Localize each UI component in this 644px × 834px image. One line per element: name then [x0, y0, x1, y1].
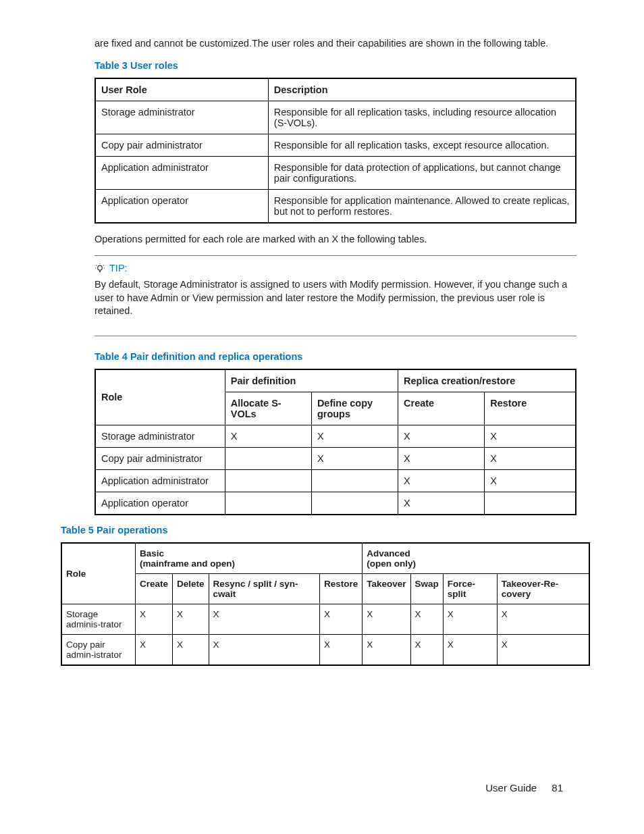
table3-caption: Table 3 User roles	[95, 60, 576, 71]
table-header-row: User Role Description	[95, 78, 576, 101]
table4-caption: Table 4 Pair definition and replica oper…	[95, 351, 576, 362]
cell: X	[497, 634, 589, 665]
cell: Storage administrator	[95, 425, 225, 447]
cell: X	[485, 469, 576, 492]
cell: X	[497, 604, 589, 634]
cell: Application operator	[95, 492, 225, 515]
cell-role: Application administrator	[95, 156, 268, 189]
cell: X	[363, 604, 410, 634]
cell	[485, 492, 576, 515]
table-row: Application administrator Responsible fo…	[95, 156, 576, 189]
table-row: Copy pair administrator X X X	[95, 447, 576, 469]
cell: Copy pair admin-istrator	[61, 634, 135, 665]
table5-group-advanced: Advanced (open only)	[363, 543, 589, 574]
cell: X	[173, 604, 209, 634]
cell: X	[443, 604, 497, 634]
cell-role: Copy pair administrator	[95, 134, 268, 156]
svg-line-2	[97, 265, 97, 266]
table5-sub-create: Create	[135, 573, 172, 604]
table-row: Copy pair admin-istrator X X X X X X X X	[61, 634, 589, 665]
cell: X	[135, 604, 172, 634]
tip-block: TIP: By default, Storage Administrator i…	[95, 255, 576, 336]
cell: X	[311, 425, 398, 447]
cell: X	[135, 634, 172, 665]
table4-group-pairdef: Pair definition	[225, 369, 398, 392]
table5-group-basic: Basic (mainframe and open)	[135, 543, 362, 574]
table4-header-role: Role	[95, 369, 225, 425]
table5: Role Basic (mainframe and open) Advanced…	[61, 542, 590, 666]
tip-label: TIP:	[109, 263, 128, 273]
cell-desc: Responsible for application maintenance.…	[268, 189, 576, 223]
cell: X	[410, 634, 443, 665]
table3: User Role Description Storage administra…	[95, 78, 576, 224]
cell: X	[311, 447, 398, 469]
table-row: Application operator Responsible for app…	[95, 189, 576, 223]
cell	[225, 492, 311, 515]
table4-sub-define: Define copy groups	[311, 392, 398, 425]
cell-desc: Responsible for all replication tasks, i…	[268, 101, 576, 134]
cell: X	[398, 425, 485, 447]
svg-line-3	[103, 265, 104, 266]
footer-doc-title: User Guide	[485, 782, 537, 793]
table5-sub-resync: Resync / split / syn-cwait	[209, 573, 319, 604]
table-subheader-row: Create Delete Resync / split / syn-cwait…	[61, 573, 589, 604]
table4-sub-restore: Restore	[485, 392, 576, 425]
cell: X	[410, 604, 443, 634]
lightbulb-icon	[95, 263, 105, 274]
table5-header-role: Role	[61, 543, 135, 604]
table4-sub-allocate: Allocate S-VOLs	[225, 392, 311, 425]
cell-role: Application operator	[95, 189, 268, 223]
cell: X	[320, 604, 363, 634]
cell: X	[485, 447, 576, 469]
table5-sub-delete: Delete	[173, 573, 209, 604]
cell-role: Storage administrator	[95, 101, 268, 134]
cell: X	[363, 634, 410, 665]
cell: X	[209, 604, 319, 634]
table-row: Storage adminis-trator X X X X X X X X	[61, 604, 589, 634]
cell: X	[225, 425, 311, 447]
table5-sub-restore: Restore	[320, 573, 363, 604]
cell	[225, 447, 311, 469]
cell	[311, 492, 398, 515]
table-row: Copy pair administrator Responsible for …	[95, 134, 576, 156]
cell: X	[398, 447, 485, 469]
cell: X	[209, 634, 319, 665]
cell: X	[398, 492, 485, 515]
table-row: Application operator X	[95, 492, 576, 515]
cell: Copy pair administrator	[95, 447, 225, 469]
table-header-row: Role Basic (mainframe and open) Advanced…	[61, 543, 589, 574]
cell: X	[485, 425, 576, 447]
svg-point-0	[98, 265, 103, 270]
table-row: Storage administrator X X X X	[95, 425, 576, 447]
table3-header-description: Description	[268, 78, 576, 101]
cell-desc: Responsible for data protection of appli…	[268, 156, 576, 189]
table5-sub-takeoverrec: Takeover-Re-covery	[497, 573, 589, 604]
table5-sub-takeover: Takeover	[363, 573, 410, 604]
cell: X	[173, 634, 209, 665]
table-header-row: Role Pair definition Replica creation/re…	[95, 369, 576, 392]
footer-page-number: 81	[552, 782, 563, 793]
cell: X	[443, 634, 497, 665]
table3-header-userrole: User Role	[95, 78, 268, 101]
page-footer: User Guide 81	[485, 782, 563, 793]
cell: Storage adminis-trator	[61, 604, 135, 634]
cell-desc: Responsible for all replication tasks, e…	[268, 134, 576, 156]
table5-sub-forcesplit: Force-split	[443, 573, 497, 604]
cell	[311, 469, 398, 492]
table4: Role Pair definition Replica creation/re…	[95, 369, 576, 515]
table4-group-replica: Replica creation/restore	[398, 369, 576, 392]
table5-sub-swap: Swap	[410, 573, 443, 604]
cell: Application administrator	[95, 469, 225, 492]
cell: X	[320, 634, 363, 665]
table-row: Application administrator X X	[95, 469, 576, 492]
cell	[225, 469, 311, 492]
table5-caption: Table 5 Pair operations	[61, 525, 590, 536]
mid-paragraph: Operations permitted for each role are m…	[95, 233, 576, 246]
table-row: Storage administrator Responsible for al…	[95, 101, 576, 134]
cell: X	[398, 469, 485, 492]
intro-paragraph: are fixed and cannot be customized.The u…	[95, 37, 576, 51]
table4-sub-create: Create	[398, 392, 485, 425]
tip-body: By default, Storage Administrator is ass…	[95, 278, 576, 318]
